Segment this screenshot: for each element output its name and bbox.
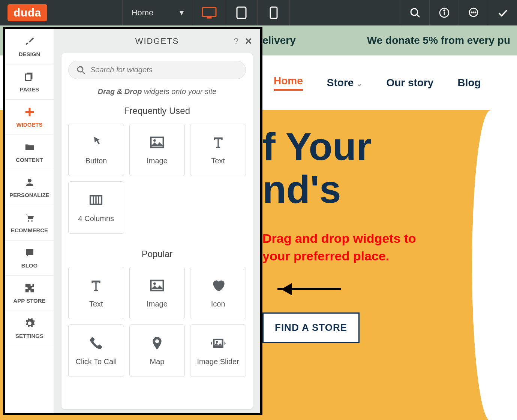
sidebar-item-content[interactable]: CONTENT (5, 135, 54, 170)
widget-label: Image (147, 157, 168, 165)
svg-point-19 (31, 220, 33, 222)
map-pin-icon (150, 336, 165, 351)
svg-rect-16 (25, 111, 34, 113)
image-icon (150, 135, 165, 150)
chat-bubble-icon (24, 247, 35, 259)
sidebar-item-label: PAGES (20, 86, 39, 93)
device-desktop-button[interactable] (193, 0, 225, 25)
sidebar-item-design[interactable]: DESIGN (5, 29, 54, 64)
chevron-down-icon: ▾ (180, 8, 184, 18)
widget-icon[interactable]: Icon (190, 267, 246, 319)
section-frequently-used-title: Frequently Used (68, 106, 246, 116)
sidebar-item-label: CONTENT (16, 157, 43, 163)
sidebar-item-blog[interactable]: BLOG (5, 241, 54, 276)
svg-point-10 (471, 12, 472, 13)
find-store-button[interactable]: FIND A STORE (262, 312, 360, 343)
widget-search-input[interactable] (90, 66, 237, 74)
chevron-down-icon: ⌄ (357, 80, 362, 88)
sidebar-item-label: BLOG (21, 262, 37, 269)
widget-text[interactable]: Text (190, 124, 246, 176)
sidebar-item-ecommerce[interactable]: ECOMMERCE (5, 205, 54, 241)
widget-text-popular[interactable]: Text (68, 267, 124, 319)
puzzle-icon (24, 282, 35, 294)
widget-image[interactable]: Image (129, 124, 185, 176)
frequently-used-grid: Button Image Text 4 Columns (68, 124, 246, 234)
section-popular-title: Popular (68, 249, 246, 259)
svg-point-20 (78, 67, 83, 72)
svg-rect-14 (25, 74, 31, 81)
slider-icon (211, 336, 226, 351)
info-button[interactable] (429, 0, 459, 25)
widget-label: Image (147, 300, 168, 308)
nav-our-story[interactable]: Our story (386, 77, 433, 89)
svg-point-8 (444, 10, 445, 11)
widget-map[interactable]: Map (129, 324, 185, 377)
comments-button[interactable] (459, 0, 488, 25)
info-icon (439, 7, 450, 18)
widget-label: Click To Call (75, 357, 117, 366)
svg-rect-3 (270, 7, 277, 18)
sidebar-item-app-store[interactable]: APP STORE (5, 276, 54, 311)
device-mobile-button[interactable] (258, 0, 290, 25)
sidebar-item-label: APP STORE (13, 297, 45, 304)
nav-store[interactable]: Store⌄ (327, 77, 363, 89)
widget-label: 4 Columns (78, 214, 114, 223)
widget-label: Icon (211, 300, 225, 308)
sidebar-item-label: PERSONALIZE (9, 192, 49, 198)
heart-icon (211, 278, 226, 293)
svg-line-21 (82, 72, 85, 74)
brush-icon (24, 36, 35, 47)
sidebar-item-label: SETTINGS (15, 333, 43, 339)
svg-point-4 (411, 9, 418, 15)
columns-icon (88, 193, 103, 208)
svg-point-18 (28, 220, 29, 222)
svg-rect-1 (207, 17, 211, 18)
svg-point-23 (153, 139, 156, 142)
duda-logo: duda (7, 4, 47, 21)
instruction-annotation: Drag and drop widgets to your preferred … (262, 230, 472, 265)
widget-button[interactable]: Button (68, 124, 124, 176)
nav-home[interactable]: Home (274, 75, 303, 91)
sidebar-item-label: DESIGN (19, 51, 40, 57)
search-icon (77, 66, 85, 74)
widget-image-popular[interactable]: Image (129, 267, 185, 319)
widget-label: Map (150, 357, 165, 366)
widget-search[interactable] (68, 61, 246, 79)
device-tablet-button[interactable] (225, 0, 258, 25)
gear-icon (24, 318, 35, 329)
sidebar-item-widgets[interactable]: WIDGETS (5, 100, 54, 135)
sidebar-item-personalize[interactable]: PERSONALIZE (5, 170, 54, 205)
desktop-icon (202, 7, 217, 19)
close-button[interactable]: ✕ (244, 36, 253, 47)
pages-icon (24, 71, 35, 82)
popular-grid: Text Image Icon Click To Call (68, 267, 246, 377)
widgets-panel: WIDGETS ? ✕ Drag & Drop widgets onto you… (54, 29, 260, 413)
sidebar-item-settings[interactable]: SETTINGS (5, 311, 54, 346)
cursor-click-icon (88, 135, 103, 150)
svg-line-5 (417, 15, 420, 17)
svg-point-29 (153, 282, 156, 285)
svg-rect-0 (202, 7, 216, 16)
search-button[interactable] (400, 0, 429, 25)
help-button[interactable]: ? (234, 36, 239, 46)
cart-icon (24, 212, 35, 223)
tablet-icon (236, 6, 247, 19)
page-selector-dropdown[interactable]: Home ▾ (122, 0, 193, 25)
person-icon (24, 177, 35, 188)
mobile-icon (270, 6, 278, 19)
sidebar-item-pages[interactable]: PAGES (5, 64, 54, 100)
done-button[interactable] (488, 0, 517, 25)
widget-image-slider[interactable]: Image Slider (190, 324, 246, 377)
phone-icon (88, 336, 103, 351)
nav-blog[interactable]: Blog (457, 77, 481, 89)
widgets-panel-title: WIDGETS (135, 36, 179, 46)
widget-4-columns[interactable]: 4 Columns (68, 181, 124, 234)
widget-click-to-call[interactable]: Click To Call (68, 324, 124, 377)
sidebar-item-label: WIDGETS (16, 121, 43, 128)
svg-point-11 (473, 12, 474, 13)
check-icon (497, 7, 508, 18)
editor-sidebar: DESIGN PAGES WIDGETS CONTENT PERSONALIZE… (5, 29, 54, 413)
svg-point-17 (28, 179, 31, 182)
plus-icon (24, 106, 35, 118)
text-icon (211, 135, 226, 150)
